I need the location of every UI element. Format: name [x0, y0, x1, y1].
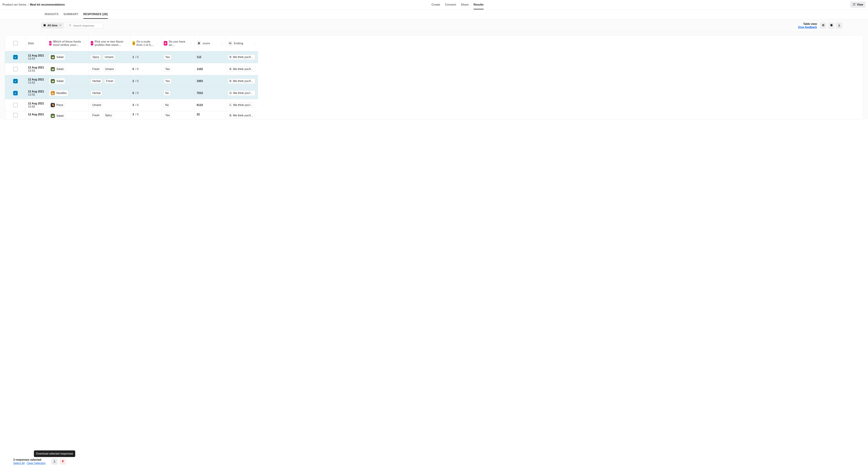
search-input-wrapper[interactable] [67, 22, 104, 29]
tab-results[interactable]: Results [473, 3, 484, 6]
search-icon [69, 24, 71, 27]
search-input[interactable] [73, 24, 102, 27]
tab-create[interactable]: Create [431, 3, 440, 6]
choice-chip[interactable]: Yes [164, 55, 172, 60]
table-view-title: Table view [803, 22, 817, 26]
svg-rect-10 [133, 43, 133, 44]
flavor-chip[interactable]: Umami [91, 102, 103, 108]
calendar-icon [43, 24, 46, 27]
row-checkbox[interactable] [13, 91, 18, 95]
settings-button[interactable] [828, 22, 834, 29]
row-checkbox[interactable] [13, 103, 18, 107]
header-score[interactable]: score ⋮ [195, 35, 226, 51]
open-external-icon [853, 3, 856, 6]
food-thumb: 🍜 [51, 91, 55, 95]
row-date: 12 Aug 202113:52 [28, 90, 44, 96]
tab-connect[interactable]: Connect [445, 3, 456, 6]
food-chip[interactable]: 🥗Salad [49, 66, 65, 72]
choice-chip[interactable]: No [164, 102, 170, 108]
feedback-link[interactable]: Give feedback [798, 26, 817, 29]
tab-share[interactable]: Share [461, 3, 469, 6]
row-date: 12 Aug 202113:52 [28, 102, 44, 108]
flavor-chip[interactable]: Fresh [104, 79, 115, 84]
header-date[interactable]: Date [26, 35, 47, 51]
download-icon [838, 24, 841, 27]
food-chip[interactable]: 🥗Salad [49, 54, 65, 60]
select-all-checkbox[interactable] [13, 41, 18, 46]
flavor-chip[interactable]: Umami [103, 55, 115, 60]
flavor-chip[interactable]: Spicy [91, 55, 101, 60]
column-menu-icon[interactable]: ⋮ [220, 42, 224, 45]
header-q2[interactable]: Pick one or two flavor profiles that see… [89, 35, 130, 51]
column-menu-icon[interactable]: ⋮ [156, 42, 159, 45]
table-view-actions: Table view Give feedback [798, 22, 842, 29]
ending-chip[interactable]: B. We think you'll lo [228, 55, 255, 60]
flavor-chip[interactable]: Fresh [91, 67, 101, 71]
food-chip[interactable]: 🥗Salad [49, 113, 65, 119]
header-q1-label: Which of these foods most strikes your… [53, 40, 82, 47]
food-chip[interactable]: 🍜Noodles [49, 90, 68, 96]
bars-icon [132, 41, 135, 46]
flavor-chip[interactable]: Herbal [91, 91, 102, 95]
header-q3[interactable]: On a scale from 1 to 5,… ⋮ [130, 35, 162, 51]
flavor-chip[interactable]: Herbal [91, 79, 102, 84]
flavor-chip[interactable]: Spicy [103, 113, 113, 118]
column-menu-icon[interactable]: ⋮ [189, 42, 192, 45]
row-date: 12 Aug 202113:53 [28, 54, 44, 60]
svg-rect-3 [45, 24, 45, 25]
density-button[interactable] [820, 22, 826, 29]
density-icon [822, 24, 825, 27]
row-checkbox[interactable] [13, 67, 18, 71]
row-checkbox[interactable] [13, 113, 18, 117]
header-q4-label: Do you have an… [169, 40, 188, 47]
contrast-icon [164, 41, 167, 46]
scale-value: 3 / 5 [132, 104, 138, 107]
header-ending[interactable]: Ending ⋮ [226, 35, 258, 51]
image-icon [49, 41, 52, 46]
column-menu-icon[interactable]: ⋮ [253, 42, 256, 45]
choice-chip[interactable]: Yes [164, 67, 172, 71]
header-q4[interactable]: Do you have an… ⋮ [162, 35, 195, 51]
choice-chip[interactable]: Yes [164, 79, 172, 84]
flavor-chip[interactable]: Umami [103, 67, 116, 71]
calculator-icon [197, 41, 201, 46]
subtab-responses[interactable]: RESPONSES [28] [83, 13, 108, 16]
ending-chip[interactable]: B. We think you'll lo [228, 79, 255, 84]
ending-chip[interactable]: B. We think you'll lo [228, 66, 255, 72]
view-button[interactable]: View [850, 2, 866, 8]
scale-value: 5 / 5 [132, 67, 138, 71]
breadcrumb-parent[interactable]: Product rec forms [2, 3, 26, 6]
checkbox-icon [91, 41, 93, 46]
header-q1[interactable]: Which of these foods most strikes your… … [47, 35, 89, 51]
food-chip[interactable]: 🍕Pizza [49, 102, 65, 108]
food-thumb: 🥗 [51, 114, 55, 118]
row-date: 12 Aug 202113:52 [28, 78, 44, 84]
sub-nav: INSIGHTS SUMMARY RESPONSES [28] [0, 9, 868, 19]
row-checkbox[interactable] [13, 55, 18, 59]
column-menu-icon[interactable]: ⋮ [125, 42, 128, 45]
svg-point-9 [50, 43, 50, 43]
subtab-insights[interactable]: INSIGHTS [44, 13, 59, 16]
food-thumb: 🍕 [51, 103, 55, 107]
time-filter[interactable]: All time [41, 22, 64, 29]
row-checkbox[interactable] [13, 79, 18, 83]
choice-chip[interactable]: Yes [164, 113, 172, 118]
view-button-label: View [857, 3, 863, 6]
chevron-down-icon [59, 24, 62, 27]
score-value: 6110 [197, 104, 203, 107]
score-value: 22 [197, 113, 200, 116]
subtab-summary[interactable]: SUMMARY [63, 13, 78, 16]
ending-chip[interactable]: D. We think you'll lo [228, 90, 255, 96]
ending-chip[interactable]: C. We think you'll lo [228, 102, 255, 108]
header-date-label: Date [28, 42, 34, 45]
choice-chip[interactable]: No [164, 91, 170, 95]
food-chip[interactable]: 🥗Salad [49, 78, 65, 84]
ending-chip[interactable]: B. We think you'll lo [228, 113, 255, 118]
download-button[interactable] [836, 22, 842, 29]
svg-point-17 [198, 43, 199, 43]
column-menu-icon[interactable]: ⋮ [83, 42, 87, 45]
flavor-chip[interactable]: Fresh [91, 113, 101, 118]
header-score-label: score [203, 42, 210, 45]
toolbar: All time Table view Give feedback [41, 19, 842, 32]
header-q2-label: Pick one or two flavor profiles that see… [95, 40, 124, 47]
